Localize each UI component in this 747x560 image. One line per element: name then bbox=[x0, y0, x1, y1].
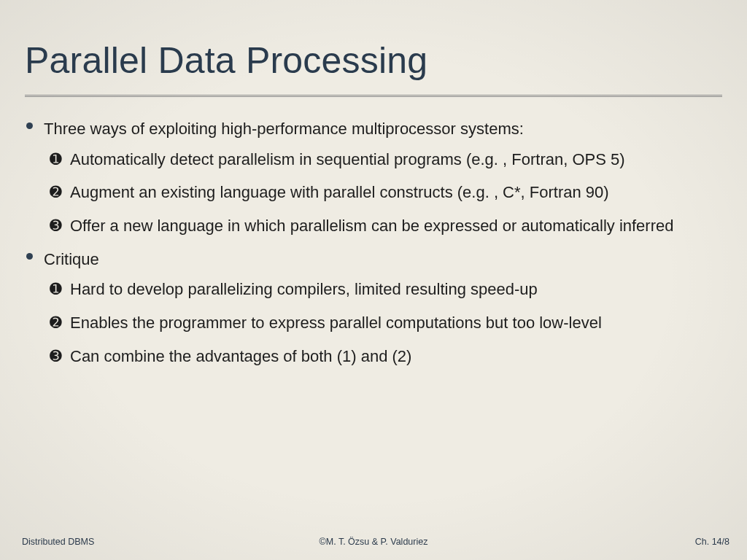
list-item: ➊ Automatically detect parallelism in se… bbox=[50, 149, 715, 171]
numeral-icon: ➊ bbox=[50, 279, 70, 299]
bullet-lead: Critique bbox=[44, 249, 715, 271]
bullet-item: Critique ➊ Hard to develop parallelizing… bbox=[44, 249, 715, 368]
list-item: ➊ Hard to develop parallelizing compiler… bbox=[50, 279, 715, 300]
list-item-text: Offer a new language in which parallelis… bbox=[70, 215, 715, 237]
slide-footer: Distributed DBMS ©M. T. Özsu & P. Valdur… bbox=[0, 537, 747, 547]
list-item-text: Enables the programmer to express parall… bbox=[70, 312, 715, 334]
list-item-text: Hard to develop parallelizing compilers,… bbox=[70, 279, 715, 300]
footer-left: Distributed DBMS bbox=[22, 537, 94, 547]
list-item: ➋ Augment an existing language with para… bbox=[50, 182, 715, 203]
list-item-text: Can combine the advantages of both (1) a… bbox=[70, 346, 715, 368]
slide: Parallel Data Processing Three ways of e… bbox=[0, 0, 747, 560]
footer-right: Ch. 14/8 bbox=[695, 537, 729, 547]
list-item-text: Augment an existing language with parall… bbox=[70, 182, 715, 203]
title-divider bbox=[25, 95, 722, 98]
footer-center: ©M. T. Özsu & P. Valduriez bbox=[320, 537, 428, 547]
list-item: ➌ Offer a new language in which parallel… bbox=[50, 215, 715, 237]
sub-list: ➊ Automatically detect parallelism in se… bbox=[44, 149, 715, 237]
numeral-icon: ➋ bbox=[50, 182, 70, 202]
list-item-text: Automatically detect parallelism in sequ… bbox=[70, 149, 715, 171]
bullet-icon bbox=[26, 122, 33, 129]
bullet-item: Three ways of exploiting high-performanc… bbox=[44, 118, 715, 237]
bullet-icon bbox=[26, 253, 33, 260]
list-item: ➌ Can combine the advantages of both (1)… bbox=[50, 346, 715, 368]
slide-content: Three ways of exploiting high-performanc… bbox=[25, 118, 722, 368]
numeral-icon: ➌ bbox=[50, 346, 70, 366]
bullet-lead: Three ways of exploiting high-performanc… bbox=[44, 118, 715, 140]
slide-title: Parallel Data Processing bbox=[25, 39, 722, 82]
numeral-icon: ➊ bbox=[50, 149, 70, 169]
numeral-icon: ➌ bbox=[50, 216, 70, 236]
numeral-icon: ➋ bbox=[50, 313, 70, 332]
sub-list: ➊ Hard to develop parallelizing compiler… bbox=[44, 279, 715, 367]
list-item: ➋ Enables the programmer to express para… bbox=[50, 312, 715, 334]
